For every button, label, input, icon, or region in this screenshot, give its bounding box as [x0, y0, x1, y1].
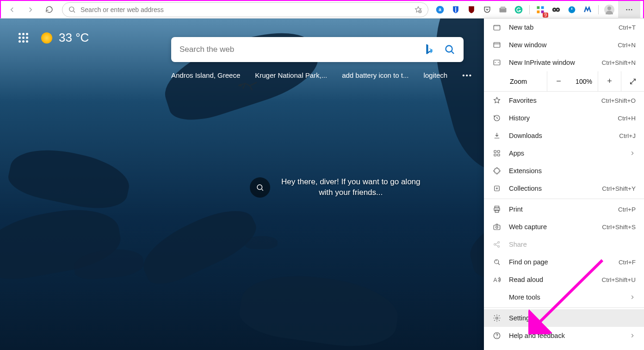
bing-icon	[425, 43, 434, 56]
menu-item-help-and-feedback[interactable]: Help and feedback	[484, 327, 644, 344]
svg-point-23	[446, 46, 452, 52]
menu-item-new-window[interactable]: New window Ctrl+N	[484, 36, 644, 54]
ext-icon	[492, 167, 502, 175]
svg-text:a: a	[439, 7, 441, 12]
menu-item-history[interactable]: History Ctrl+H	[484, 109, 644, 127]
menu-item-read-aloud[interactable]: A Read aloud Ctrl+Shift+U	[484, 271, 644, 288]
capture-icon	[492, 223, 502, 231]
refresh-button[interactable]	[41, 2, 57, 17]
image-caption[interactable]: Hey there, diver! If you want to go alon…	[250, 177, 421, 198]
zoom-in-button[interactable]: +	[598, 71, 621, 92]
svg-rect-26	[494, 25, 500, 27]
weather-widget[interactable]: 33 °C	[41, 31, 89, 45]
settings-menu: New tab Ctrl+T New window Ctrl+N New InP…	[484, 19, 644, 350]
favorite-icon[interactable]	[414, 6, 422, 14]
history-icon	[492, 114, 502, 122]
share-icon	[492, 240, 502, 249]
arrow-left-icon	[8, 6, 16, 14]
menu-shortcut: Ctrl+H	[618, 115, 636, 122]
menu-item-label: Share	[509, 241, 636, 248]
toolbar-separator	[598, 5, 599, 14]
extension-privacy-icon[interactable]	[549, 3, 563, 17]
zoom-out-button[interactable]: −	[547, 71, 570, 92]
find-icon	[492, 258, 502, 266]
svg-point-22	[239, 84, 242, 87]
address-input[interactable]	[80, 6, 414, 13]
diver-illustration	[236, 79, 259, 93]
svg-text:A: A	[494, 277, 497, 283]
menu-item-label: New window	[509, 41, 610, 49]
address-bar[interactable]	[62, 2, 428, 17]
search-suggestions: Andros Island, Greece Kruger National Pa…	[171, 71, 472, 79]
extension-pocket-icon[interactable]	[480, 3, 494, 17]
suggestion-more[interactable]: •••	[462, 71, 472, 79]
extension-badge: 9	[543, 12, 548, 18]
zoom-row: Zoom − 100% +	[484, 71, 644, 92]
chevron-right-icon	[629, 150, 636, 156]
menu-item-extensions[interactable]: Extensions	[484, 162, 644, 180]
menu-item-apps[interactable]: Apps	[484, 144, 644, 162]
svg-point-48	[496, 337, 497, 338]
zoom-label: Zoom	[484, 78, 547, 85]
menu-item-settings[interactable]: Settings	[484, 309, 644, 327]
arrow-right-icon	[26, 6, 35, 14]
menu-item-label: More tools	[509, 294, 622, 301]
extension-bitwarden-icon[interactable]	[449, 3, 463, 17]
svg-rect-27	[494, 43, 500, 48]
extension-apps-icon[interactable]: 9	[533, 3, 547, 17]
search-icon	[68, 6, 76, 13]
extension-security-icon[interactable]	[565, 3, 579, 17]
menu-item-more-tools[interactable]: More tools	[484, 288, 644, 306]
profile-button[interactable]	[602, 3, 616, 17]
menu-item-downloads[interactable]: Downloads Ctrl+J	[484, 127, 644, 144]
forward-button[interactable]	[22, 2, 39, 17]
menu-shortcut: Ctrl+T	[619, 24, 636, 31]
menu-item-collections[interactable]: Collections Ctrl+Shift+Y	[484, 180, 644, 197]
svg-point-6	[515, 6, 523, 13]
sun-icon	[41, 32, 52, 44]
svg-rect-5	[501, 6, 505, 9]
suggestion-link[interactable]: logitech	[423, 71, 447, 79]
extension-amazon-icon[interactable]: a	[433, 3, 447, 17]
chevron-right-icon	[629, 294, 636, 300]
search-submit-icon[interactable]	[444, 44, 455, 55]
svg-rect-29	[494, 60, 500, 65]
tab-icon	[492, 23, 502, 31]
menu-shortcut: Ctrl+Shift+N	[601, 59, 636, 66]
suggestion-link[interactable]: Kruger National Park,...	[255, 71, 327, 79]
menu-item-label: Downloads	[509, 132, 612, 139]
menu-item-label: New tab	[509, 24, 611, 31]
more-icon	[492, 293, 502, 301]
print-icon	[492, 205, 502, 213]
menu-item-new-inprivate-window[interactable]: New InPrivate window Ctrl+Shift+N	[484, 54, 644, 71]
extension-malwarebytes-icon[interactable]	[581, 3, 594, 17]
menu-item-print[interactable]: Print Ctrl+P	[484, 200, 644, 218]
menu-item-label: New InPrivate window	[509, 59, 594, 66]
fullscreen-button[interactable]	[621, 71, 644, 92]
menu-item-label: Collections	[509, 185, 594, 192]
menu-item-favorites[interactable]: Favorites Ctrl+Shift+O	[484, 92, 644, 109]
menu-item-share: Share	[484, 236, 644, 253]
menu-item-web-capture[interactable]: Web capture Ctrl+Shift+S	[484, 218, 644, 236]
extension-generic-icon[interactable]	[496, 3, 510, 17]
menu-item-label: Apps	[509, 150, 622, 157]
more-menu-button[interactable]	[618, 1, 640, 19]
page-settings-button[interactable]	[19, 33, 28, 43]
extension-ublock-icon[interactable]	[464, 3, 478, 17]
ellipsis-icon	[625, 6, 633, 14]
menu-item-label: Settings	[509, 314, 636, 322]
menu-item-new-tab[interactable]: New tab Ctrl+T	[484, 19, 644, 36]
web-search-input[interactable]	[180, 45, 425, 54]
menu-item-find-on-page[interactable]: Find on page Ctrl+F	[484, 253, 644, 271]
menu-item-label: Find on page	[509, 258, 611, 266]
window-icon	[492, 41, 502, 49]
menu-item-label: Extensions	[509, 167, 636, 175]
back-button[interactable]	[4, 2, 20, 17]
web-search-box[interactable]	[171, 37, 464, 62]
suggestion-link[interactable]: add battery icon to t...	[342, 71, 409, 79]
extension-grammarly-icon[interactable]	[512, 3, 526, 17]
settings-icon	[492, 314, 502, 322]
help-icon	[492, 331, 502, 340]
suggestion-link[interactable]: Andros Island, Greece	[171, 71, 240, 79]
menu-shortcut: Ctrl+J	[619, 132, 636, 139]
